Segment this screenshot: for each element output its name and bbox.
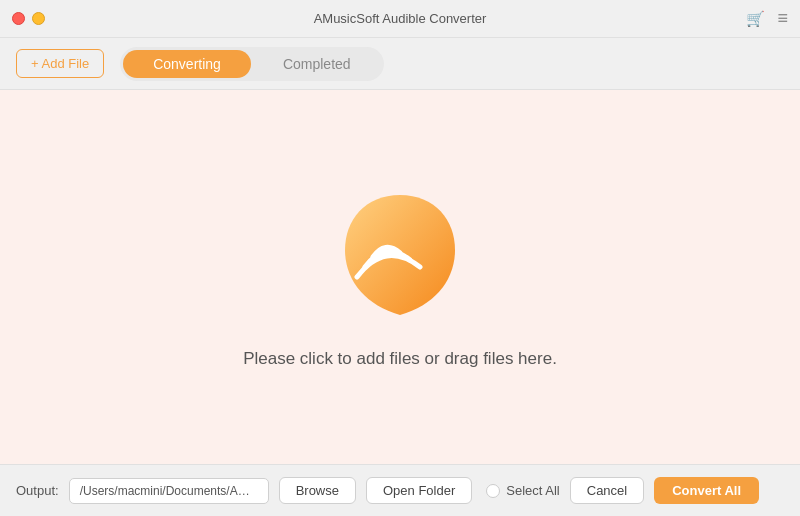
- select-all-radio[interactable]: [486, 484, 500, 498]
- bottom-bar: Output: /Users/macmini/Documents/AMusicS…: [0, 464, 800, 516]
- minimize-button[interactable]: [32, 12, 45, 25]
- output-path: /Users/macmini/Documents/AMusicSoft Aud: [69, 478, 269, 504]
- cancel-button[interactable]: Cancel: [570, 477, 644, 504]
- drop-zone[interactable]: Please click to add files or drag files …: [0, 90, 800, 464]
- select-all-group: Select All: [486, 483, 559, 498]
- title-bar-actions: 🛒 ≡: [746, 8, 788, 29]
- title-bar: AMusicSoft Audible Converter 🛒 ≡: [0, 0, 800, 38]
- open-folder-button[interactable]: Open Folder: [366, 477, 472, 504]
- select-all-label[interactable]: Select All: [506, 483, 559, 498]
- cart-icon[interactable]: 🛒: [746, 10, 765, 28]
- menu-icon[interactable]: ≡: [777, 8, 788, 29]
- app-logo: [330, 185, 470, 325]
- tab-group: Converting Completed: [120, 47, 383, 81]
- app-title: AMusicSoft Audible Converter: [314, 11, 487, 26]
- toolbar: + Add File Converting Completed: [0, 38, 800, 90]
- logo-svg: [335, 185, 465, 325]
- output-label: Output:: [16, 483, 59, 498]
- add-file-button[interactable]: + Add File: [16, 49, 104, 78]
- tab-completed[interactable]: Completed: [253, 50, 381, 78]
- close-button[interactable]: [12, 12, 25, 25]
- traffic-lights: [12, 12, 45, 25]
- tab-converting[interactable]: Converting: [123, 50, 251, 78]
- convert-all-button[interactable]: Convert All: [654, 477, 759, 504]
- drop-hint-text: Please click to add files or drag files …: [243, 349, 557, 369]
- browse-button[interactable]: Browse: [279, 477, 356, 504]
